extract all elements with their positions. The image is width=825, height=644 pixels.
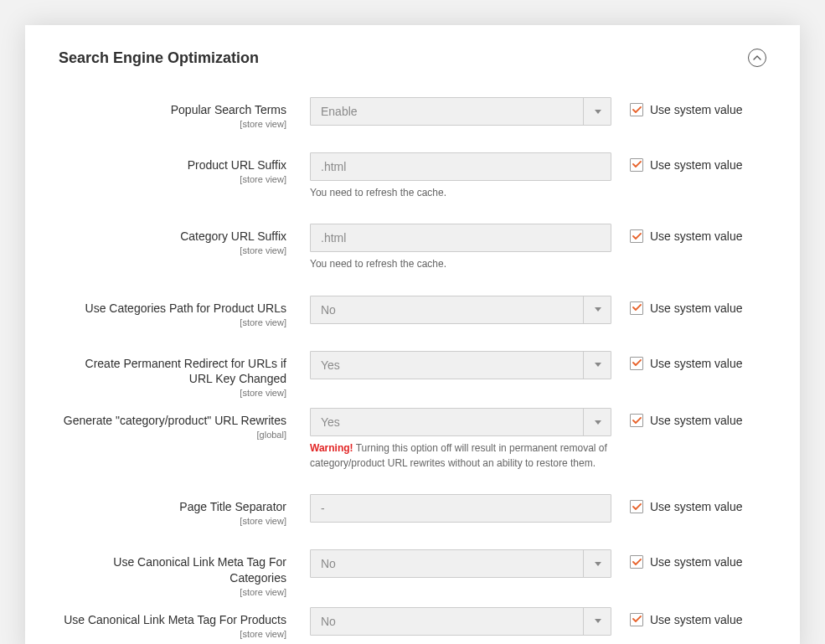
use-system-value-label: Use system value [650,414,742,427]
label-use-categories-path: Use Categories Path for Product URLs [59,301,286,317]
check-icon [632,503,642,511]
use-system-value-label: Use system value [650,103,742,116]
input-value: - [310,494,611,523]
use-system-value-checkbox[interactable] [630,357,643,370]
dropdown-arrow [583,607,611,636]
scope-store-view: [store view] [59,587,286,597]
check-icon [632,233,642,240]
use-system-value-checkbox[interactable] [630,301,643,315]
page-title-separator-input[interactable]: - [310,494,611,523]
collapse-toggle[interactable] [748,49,766,67]
warning-label: Warning! [310,442,353,454]
check-icon [632,106,642,114]
popular-search-terms-select[interactable]: Enable [310,97,611,126]
label-generate-rewrites: Generate "category/product" URL Rewrites [59,413,286,429]
warning-hint: Warning! Turning this option off will re… [310,441,611,471]
use-system-value-label: Use system value [650,555,742,569]
select-value: Yes [310,351,611,379]
use-system-value-checkbox[interactable] [630,158,643,172]
chevron-down-icon [595,110,601,114]
check-icon [632,359,642,367]
use-system-value-label: Use system value [650,229,742,243]
chevron-down-icon [595,562,601,566]
field-label: Create Permanent Redirect for URLs if UR… [59,351,310,399]
dropdown-arrow [583,549,611,578]
scope-store-view: [store view] [59,388,286,398]
use-system-value-checkbox[interactable] [630,613,643,626]
check-icon [632,417,642,425]
seo-panel: Search Engine Optimization Popular Searc… [25,25,800,644]
label-canonical-products: Use Canonical Link Meta Tag For Products [59,612,286,628]
input-value: .html [310,152,611,181]
label-permanent-redirect: Create Permanent Redirect for URLs if UR… [59,356,286,388]
use-system-value-checkbox[interactable] [630,103,643,116]
warning-text: Turning this option off will result in p… [310,442,607,468]
scope-store-view: [store view] [59,629,286,639]
panel-header: Search Engine Optimization [59,49,766,67]
scope-store-view: [store view] [59,174,286,184]
dropdown-arrow [583,408,611,436]
check-icon [632,616,642,623]
select-value: No [310,607,611,636]
label-popular-search-terms: Popular Search Terms [59,102,286,118]
use-system-value-label: Use system value [650,613,742,626]
field-label: Use Categories Path for Product URLs [st… [59,296,310,327]
field-label: Popular Search Terms [store view] [59,97,310,129]
use-categories-path-select[interactable]: No [310,296,611,324]
label-category-url-suffix: Category URL Suffix [59,229,286,245]
chevron-up-icon [753,55,761,60]
check-icon [632,559,642,566]
field-label: Generate "category/product" URL Rewrites… [59,408,310,440]
use-system-value-label: Use system value [650,158,742,172]
chevron-down-icon [595,363,601,367]
generate-rewrites-select[interactable]: Yes [310,408,611,436]
scope-store-view: [store view] [59,317,286,327]
label-product-url-suffix: Product URL Suffix [59,157,286,173]
field-label: Use Canonical Link Meta Tag For Products… [59,607,310,639]
label-canonical-categories: Use Canonical Link Meta Tag For Categori… [59,554,286,586]
check-icon [632,304,642,312]
category-url-suffix-input[interactable]: .html [310,224,611,252]
input-value: .html [310,224,611,252]
select-value: No [310,549,611,578]
select-value: Yes [310,408,611,436]
panel-title: Search Engine Optimization [59,49,259,67]
use-system-value-checkbox[interactable] [630,555,643,569]
chevron-down-icon [595,307,601,312]
chevron-down-icon [595,420,601,425]
permanent-redirect-select[interactable]: Yes [310,351,611,379]
field-label: Use Canonical Link Meta Tag For Categori… [59,549,310,597]
field-label: Category URL Suffix [store view] [59,224,310,255]
select-value: No [310,296,611,324]
canonical-products-select[interactable]: No [310,607,611,636]
scope-store-view: [store view] [59,119,286,129]
select-value: Enable [310,97,611,126]
use-system-value-checkbox[interactable] [630,229,643,243]
field-label: Product URL Suffix [store view] [59,152,310,184]
scope-store-view: [store view] [59,245,286,255]
use-system-value-label: Use system value [650,301,742,315]
hint-text: You need to refresh the cache. [310,257,611,271]
dropdown-arrow [583,97,611,126]
product-url-suffix-input[interactable]: .html [310,152,611,181]
check-icon [632,161,642,168]
dropdown-arrow [583,296,611,324]
use-system-value-label: Use system value [650,357,742,370]
scope-store-view: [store view] [59,516,286,526]
use-system-value-label: Use system value [650,500,742,513]
scope-global: [global] [59,430,286,440]
chevron-down-icon [595,619,601,623]
use-system-value-checkbox[interactable] [630,500,643,513]
canonical-categories-select[interactable]: No [310,549,611,578]
dropdown-arrow [583,351,611,379]
label-page-title-separator: Page Title Separator [59,499,286,515]
field-label: Page Title Separator [store view] [59,494,310,526]
hint-text: You need to refresh the cache. [310,186,611,200]
use-system-value-checkbox[interactable] [630,414,643,427]
